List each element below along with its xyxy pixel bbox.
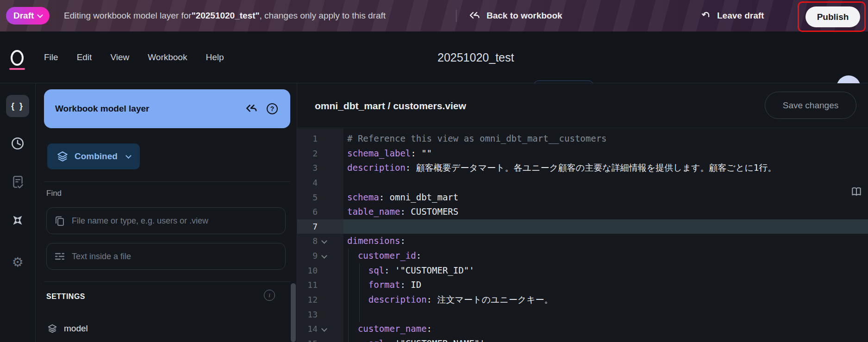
code-line-13[interactable]: 13 bbox=[297, 307, 868, 322]
fold-spacer bbox=[320, 307, 330, 322]
undo-all-button[interactable] bbox=[245, 102, 259, 116]
code-line-3[interactable]: 3description: 顧客概要データマート。各ユニーク顧客の主要な詳細情報… bbox=[297, 161, 868, 175]
leave-draft-button[interactable]: Leave draft bbox=[700, 0, 764, 31]
fold-chevron-icon[interactable] bbox=[320, 234, 330, 249]
workbook-title: 20251020_test bbox=[437, 31, 514, 83]
menu-file[interactable]: File bbox=[44, 52, 58, 62]
file-search-input[interactable] bbox=[72, 216, 278, 226]
line-number: 2 bbox=[297, 146, 318, 161]
fold-chevron-icon[interactable] bbox=[320, 249, 330, 263]
fold-chevron-icon[interactable] bbox=[320, 322, 330, 336]
icon-rail: { } bbox=[0, 83, 36, 342]
divider bbox=[44, 181, 290, 182]
code-line-4[interactable]: 4 bbox=[297, 175, 868, 190]
line-number: 9 bbox=[297, 249, 318, 263]
code-text: dimensions: bbox=[343, 234, 868, 249]
code-line-6[interactable]: 6table_name: CUSTOMERS bbox=[297, 205, 868, 219]
undo-all-icon bbox=[469, 10, 481, 21]
content-area: { } bbox=[0, 83, 868, 342]
open-book-icon[interactable] bbox=[849, 184, 864, 199]
settings-item-label: model bbox=[64, 323, 88, 334]
code-line-1[interactable]: 1# Reference this view as omni_dbt_mart_… bbox=[297, 131, 868, 146]
sidebar-item-history[interactable] bbox=[6, 132, 29, 155]
settings-item-model[interactable]: model bbox=[36, 320, 289, 337]
indent-guide bbox=[359, 263, 360, 322]
draft-label: Draft bbox=[13, 11, 34, 21]
file-search-field[interactable] bbox=[46, 207, 286, 234]
code-text bbox=[343, 307, 868, 322]
text-search-input[interactable] bbox=[72, 252, 278, 261]
code-text: format: ID bbox=[343, 278, 868, 292]
code-line-2[interactable]: 2schema_label: "" bbox=[297, 146, 868, 161]
code-line-8[interactable]: 8dimensions: bbox=[297, 234, 868, 249]
fold-spacer bbox=[320, 146, 330, 161]
save-changes-button[interactable]: Save changes bbox=[765, 92, 856, 119]
draft-dropdown[interactable]: Draft bbox=[6, 7, 50, 25]
history-clock-icon bbox=[10, 136, 25, 151]
panel-header: Workbook model layer ? bbox=[44, 89, 290, 128]
line-number: 10 bbox=[297, 263, 318, 278]
app-window: Draft Editing workbook model layer for "… bbox=[0, 0, 868, 342]
chevron-down-icon bbox=[37, 12, 43, 18]
branch-selector[interactable]: Combined bbox=[47, 143, 140, 169]
code-text: sql: '"CUSTOMER_NAME"' bbox=[343, 336, 868, 342]
fold-spacer bbox=[320, 278, 330, 292]
line-number: 3 bbox=[297, 161, 318, 175]
code-line-11[interactable]: 11 format: ID bbox=[297, 278, 868, 292]
line-number: 14 bbox=[297, 322, 318, 336]
menu-list: FileEditViewWorkbookHelp bbox=[44, 31, 224, 83]
code-line-9[interactable]: 9 customer_id: bbox=[297, 249, 868, 263]
panel-scrollbar[interactable] bbox=[291, 283, 296, 342]
code-editor[interactable]: 1# Reference this view as omni_dbt_mart_… bbox=[297, 129, 868, 342]
menu-edit[interactable]: Edit bbox=[77, 52, 92, 62]
menu-help[interactable]: Help bbox=[206, 52, 224, 62]
dbt-star-icon bbox=[10, 213, 25, 228]
code-line-12[interactable]: 12 description: 注文マートのユニークキー。 bbox=[297, 292, 868, 307]
layers-icon bbox=[56, 150, 69, 162]
logo-underline bbox=[9, 68, 25, 70]
code-text: # Reference this view as omni_dbt_mart__… bbox=[343, 131, 868, 146]
line-number: 13 bbox=[297, 307, 318, 322]
menu-view[interactable]: View bbox=[110, 52, 129, 62]
info-icon[interactable]: i bbox=[264, 290, 275, 301]
draft-banner: Draft Editing workbook model layer for "… bbox=[0, 0, 868, 31]
document-check-icon bbox=[11, 175, 25, 190]
code-line-10[interactable]: 10 sql: '"CUSTOMER_ID"' bbox=[297, 263, 868, 278]
sidebar-item-files[interactable]: { } bbox=[6, 95, 29, 117]
fold-spacer bbox=[320, 175, 330, 190]
code-line-14[interactable]: 14 customer_name: bbox=[297, 322, 868, 336]
menu-workbook[interactable]: Workbook bbox=[148, 52, 187, 62]
find-label: Find bbox=[46, 189, 62, 198]
code-line-15[interactable]: 15 sql: '"CUSTOMER_NAME"' bbox=[297, 336, 868, 342]
code-text: customer_id: bbox=[343, 249, 868, 263]
line-number: 1 bbox=[297, 131, 318, 146]
line-number: 5 bbox=[297, 190, 318, 205]
sidebar-item-validation[interactable] bbox=[6, 171, 29, 193]
settings-heading: SETTINGS bbox=[46, 292, 85, 301]
file-panel: Workbook model layer ? Combined bbox=[36, 83, 297, 342]
divider bbox=[456, 10, 456, 22]
code-text: table_name: CUSTOMERS bbox=[343, 205, 868, 219]
draft-message: Editing workbook model layer for "202510… bbox=[64, 0, 386, 31]
back-to-workbook-button[interactable]: Back to workbook bbox=[469, 0, 562, 31]
filter-lines-icon bbox=[54, 251, 65, 262]
code-text: description: 注文マートのユニークキー。 bbox=[343, 292, 868, 307]
help-button[interactable]: ? bbox=[265, 102, 279, 116]
code-line-5[interactable]: 5schema: omni_dbt_mart bbox=[297, 190, 868, 205]
sidebar-item-dbt[interactable] bbox=[6, 209, 29, 231]
code-line-7[interactable]: 7 bbox=[297, 219, 868, 234]
code-text bbox=[343, 219, 868, 234]
editor-header: omni_dbt_mart / customers.view Save chan… bbox=[297, 83, 868, 128]
line-number: 8 bbox=[297, 234, 318, 249]
publish-button[interactable]: Publish bbox=[806, 6, 860, 27]
breadcrumb: omni_dbt_mart / customers.view bbox=[315, 83, 466, 128]
line-number: 7 bbox=[297, 219, 318, 234]
fold-spacer bbox=[320, 263, 330, 278]
code-lines: 1# Reference this view as omni_dbt_mart_… bbox=[297, 131, 868, 342]
text-search-field[interactable] bbox=[46, 243, 286, 270]
line-number: 4 bbox=[297, 175, 318, 190]
line-number: 12 bbox=[297, 292, 318, 307]
indent-guide bbox=[348, 249, 349, 342]
omni-logo[interactable] bbox=[11, 50, 25, 68]
sidebar-item-settings[interactable]: ⚙ bbox=[6, 251, 29, 273]
